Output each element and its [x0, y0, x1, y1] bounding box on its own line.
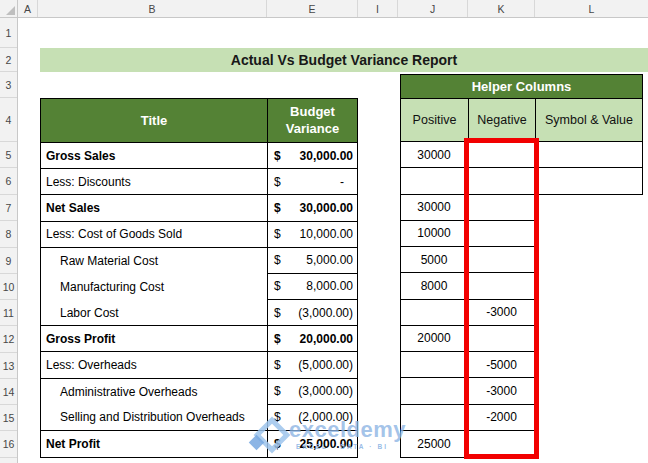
- negative-cell[interactable]: [468, 221, 535, 247]
- negative-cell[interactable]: [468, 326, 535, 352]
- budget-variance-cell[interactable]: $ 30,000.00: [268, 195, 357, 221]
- table-row: Selling and Distribution Overheads $ (2,…: [41, 405, 357, 431]
- row-header-13[interactable]: 13: [0, 353, 17, 379]
- column-header-B[interactable]: B: [38, 0, 267, 17]
- amount-value: 5,000.00: [306, 253, 353, 267]
- budget-variance-cell[interactable]: $ 30,000.00: [268, 143, 357, 169]
- select-all-corner[interactable]: [0, 0, 18, 18]
- symbol-value-cell[interactable]: [536, 142, 642, 168]
- budget-variance-cell[interactable]: $ -: [268, 169, 357, 195]
- variance-report-table: Title Budget Variance Gross Sales $ 30,0…: [40, 98, 358, 458]
- budget-variance-cell[interactable]: $ (3,000.00): [268, 379, 357, 405]
- row-header-4[interactable]: 4: [0, 98, 17, 142]
- negative-cell[interactable]: [468, 195, 535, 221]
- column-header-K[interactable]: K: [468, 0, 535, 17]
- row-header-14[interactable]: 14: [0, 379, 17, 405]
- positive-cell[interactable]: [401, 378, 468, 404]
- negative-cell[interactable]: [468, 168, 535, 194]
- row-header-10[interactable]: 10: [0, 274, 17, 300]
- row-header-8[interactable]: 8: [0, 221, 17, 248]
- row-header-11[interactable]: 11: [0, 300, 17, 326]
- amount-value: 30,000.00: [300, 201, 353, 215]
- currency-symbol: $: [274, 410, 281, 424]
- column-header-J[interactable]: J: [398, 0, 468, 17]
- positive-cell[interactable]: 30000: [401, 142, 468, 168]
- negative-cell[interactable]: -2000: [468, 405, 535, 431]
- positive-cell[interactable]: 8000: [401, 273, 468, 299]
- currency-symbol: $: [274, 227, 281, 241]
- amount-value: -: [340, 175, 353, 189]
- currency-symbol: $: [274, 201, 281, 215]
- title-cell[interactable]: Less: Discounts: [41, 169, 268, 195]
- row-header-5[interactable]: 5: [0, 142, 17, 168]
- helper-columns-subheaders: Positive Negative Symbol & Value: [400, 98, 643, 142]
- budget-variance-cell[interactable]: $ 5,000.00: [268, 248, 357, 274]
- column-header-E[interactable]: E: [267, 0, 358, 17]
- positive-cell[interactable]: [401, 405, 468, 431]
- row-header-7[interactable]: 7: [0, 195, 17, 221]
- title-cell[interactable]: Administrative Overheads: [41, 379, 268, 405]
- positive-cell[interactable]: 10000: [401, 221, 468, 247]
- report-title-cell[interactable]: Actual Vs Budget Variance Report: [40, 48, 648, 72]
- currency-symbol: $: [274, 306, 281, 320]
- budget-variance-column-header[interactable]: Budget Variance: [268, 99, 357, 142]
- column-header-L[interactable]: L: [535, 0, 648, 17]
- row-header-1[interactable]: 1: [0, 18, 17, 48]
- amount-value: (2,000.00): [298, 410, 353, 424]
- title-cell[interactable]: Gross Sales: [41, 143, 268, 169]
- column-header-A[interactable]: A: [18, 0, 38, 17]
- positive-cell[interactable]: [401, 300, 468, 326]
- negative-cell[interactable]: [468, 247, 535, 273]
- table-row: Manufacturing Cost $ 8,000.00: [41, 274, 357, 300]
- title-cell[interactable]: Manufacturing Cost: [41, 274, 268, 300]
- negative-cell[interactable]: -3000: [468, 378, 535, 404]
- symbol-value-column-header[interactable]: Symbol & Value: [536, 99, 642, 141]
- row-header-3[interactable]: 3: [0, 72, 17, 98]
- title-cell[interactable]: Less: Cost of Goods Sold: [41, 222, 268, 248]
- positive-cell[interactable]: 25000: [401, 431, 468, 457]
- row-header-16[interactable]: 16: [0, 431, 17, 458]
- excel-worksheet: A B E I J K L 1 2 3 4 5 6 7 8 9 10 11 12…: [0, 0, 648, 463]
- title-cell[interactable]: Selling and Distribution Overheads: [41, 405, 268, 431]
- positive-cell[interactable]: 5000: [401, 247, 468, 273]
- currency-symbol: $: [274, 253, 281, 267]
- symbol-value-cell[interactable]: [536, 168, 642, 194]
- title-cell[interactable]: Labor Cost: [41, 300, 268, 326]
- currency-symbol: $: [274, 175, 281, 189]
- row-header-stub: [0, 458, 17, 463]
- positive-column-header[interactable]: Positive: [401, 99, 469, 141]
- helper-columns-header[interactable]: Helper Columns: [400, 74, 643, 98]
- title-cell[interactable]: Net Sales: [41, 195, 268, 221]
- row-header-6[interactable]: 6: [0, 168, 17, 195]
- negative-cell[interactable]: -3000: [468, 300, 535, 326]
- row-header-2[interactable]: 2: [0, 48, 17, 72]
- negative-column-header[interactable]: Negative: [469, 99, 536, 141]
- budget-variance-cell[interactable]: $ (2,000.00): [268, 405, 357, 431]
- currency-symbol: $: [274, 332, 281, 346]
- title-cell[interactable]: Gross Profit: [41, 326, 268, 352]
- positive-cell[interactable]: [401, 352, 468, 378]
- title-cell[interactable]: Less: Overheads: [41, 352, 268, 378]
- budget-variance-cell[interactable]: $ 10,000.00: [268, 222, 357, 248]
- table-row: Gross Sales $ 30,000.00: [41, 143, 357, 169]
- title-cell[interactable]: Net Profit: [41, 431, 268, 457]
- budget-variance-cell[interactable]: $ (5,000.00): [268, 352, 357, 378]
- budget-variance-cell[interactable]: $ 25,000.00: [268, 431, 357, 457]
- budget-variance-cell[interactable]: $ (3,000.00): [268, 300, 357, 326]
- budget-variance-cell[interactable]: $ 8,000.00: [268, 274, 357, 300]
- title-column-header[interactable]: Title: [41, 99, 268, 142]
- budget-variance-cell[interactable]: $ 20,000.00: [268, 326, 357, 352]
- negative-cell[interactable]: [468, 273, 535, 299]
- table-row: Administrative Overheads $ (3,000.00): [41, 379, 357, 405]
- title-cell[interactable]: Raw Material Cost: [41, 248, 268, 274]
- negative-cell[interactable]: [468, 431, 535, 457]
- positive-cell[interactable]: [401, 168, 468, 194]
- negative-cell[interactable]: -5000: [468, 352, 535, 378]
- row-header-15[interactable]: 15: [0, 405, 17, 431]
- positive-cell[interactable]: 20000: [401, 326, 468, 352]
- negative-cell[interactable]: [468, 142, 535, 168]
- row-header-12[interactable]: 12: [0, 326, 17, 353]
- row-header-9[interactable]: 9: [0, 248, 17, 274]
- positive-cell[interactable]: 30000: [401, 195, 468, 221]
- column-header-I[interactable]: I: [358, 0, 398, 17]
